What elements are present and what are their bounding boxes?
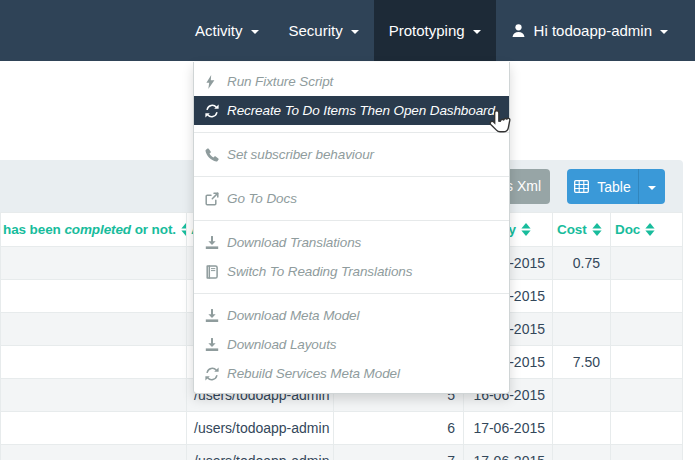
cell-cost: 0.75 bbox=[553, 247, 611, 280]
cell-cost: 7.50 bbox=[553, 346, 611, 379]
table-view-split-button: Table bbox=[567, 169, 665, 204]
table-view-button-label: Table bbox=[597, 179, 630, 195]
nav-item-prototyping[interactable]: Prototyping bbox=[374, 0, 496, 61]
chevron-down-icon bbox=[660, 30, 668, 34]
menu-divider bbox=[194, 220, 509, 221]
download-icon bbox=[205, 236, 219, 250]
sort-icon bbox=[521, 223, 531, 236]
cell-cost bbox=[553, 313, 611, 346]
menu-item-label: Download Meta Model bbox=[227, 308, 359, 323]
cell-cost bbox=[553, 379, 611, 412]
chevron-down-icon bbox=[648, 186, 656, 190]
menu-divider bbox=[194, 132, 509, 133]
cell-due-by: 17-06-2015 bbox=[464, 412, 553, 445]
menu-divider bbox=[194, 176, 509, 177]
nav-item-security[interactable]: Security bbox=[274, 0, 374, 61]
bolt-icon bbox=[205, 75, 219, 89]
sort-icon bbox=[592, 223, 602, 236]
cell-at: /users/todoapp-admin bbox=[187, 445, 334, 460]
chevron-down-icon bbox=[473, 30, 481, 34]
cell-doc bbox=[611, 313, 683, 346]
cell-cost bbox=[553, 412, 611, 445]
header-text: Cost bbox=[557, 222, 587, 237]
cell-completed bbox=[1, 247, 187, 280]
menu-item-label: Download Translations bbox=[227, 235, 361, 250]
menu-item-label: Download Layouts bbox=[227, 337, 336, 352]
cell-at: /users/todoapp-admin bbox=[187, 412, 334, 445]
cell-doc bbox=[611, 412, 683, 445]
chevron-down-icon bbox=[251, 30, 259, 34]
top-navbar: Activity Security Prototyping Hi todoapp… bbox=[0, 0, 695, 61]
cell-due-by: 17-06-2015 bbox=[464, 445, 553, 460]
menu-item-download-translations[interactable]: Download Translations bbox=[194, 228, 509, 257]
menu-item-label: Recreate To Do Items Then Open Dashboard bbox=[227, 103, 495, 118]
cell-completed bbox=[1, 280, 187, 313]
download-icon bbox=[205, 338, 219, 352]
nav-item-activity[interactable]: Activity bbox=[180, 0, 274, 61]
nav-label: Activity bbox=[195, 22, 243, 39]
menu-item-label: Run Fixture Script bbox=[227, 74, 333, 89]
menu-item-rebuild-services-meta-model[interactable]: Rebuild Services Meta Model bbox=[194, 359, 509, 388]
download-icon bbox=[205, 309, 219, 323]
cell-doc bbox=[611, 445, 683, 460]
header-text: Doc bbox=[615, 222, 640, 237]
menu-item-label: Go To Docs bbox=[227, 191, 297, 206]
nav-label: Prototyping bbox=[389, 22, 465, 39]
sort-icon bbox=[181, 223, 187, 236]
cell-doc bbox=[611, 379, 683, 412]
table-view-button[interactable]: Table bbox=[567, 169, 638, 204]
header-text: has been bbox=[3, 222, 64, 237]
page: as Xml Table has been completed or not. … bbox=[0, 0, 695, 460]
nav-label: Hi todoapp-admin bbox=[534, 22, 652, 39]
header-text-em: completed bbox=[64, 222, 131, 237]
cell-completed bbox=[1, 445, 187, 460]
nav-item-user[interactable]: Hi todoapp-admin bbox=[496, 0, 683, 61]
nav-label: Security bbox=[289, 22, 343, 39]
user-icon bbox=[511, 23, 526, 38]
menu-item-recreate-todo-items[interactable]: Recreate To Do Items Then Open Dashboard bbox=[194, 96, 509, 125]
column-header-doc[interactable]: Doc bbox=[611, 213, 683, 247]
table-row[interactable]: /users/todoapp-admin 7 17-06-2015 bbox=[1, 445, 683, 460]
cell-completed bbox=[1, 313, 187, 346]
cell-number: 7 bbox=[334, 445, 464, 460]
menu-item-label: Set subscriber behaviour bbox=[227, 147, 374, 162]
prototyping-dropdown-menu: Run Fixture Script Recreate To Do Items … bbox=[193, 62, 510, 394]
table-row[interactable]: /users/todoapp-admin 6 17-06-2015 bbox=[1, 412, 683, 445]
menu-item-label: Switch To Reading Translations bbox=[227, 264, 412, 279]
cell-doc bbox=[611, 280, 683, 313]
menu-item-download-layouts[interactable]: Download Layouts bbox=[194, 330, 509, 359]
menu-item-download-meta-model[interactable]: Download Meta Model bbox=[194, 301, 509, 330]
cell-cost bbox=[553, 445, 611, 460]
column-header-completed[interactable]: has been completed or not. bbox=[1, 213, 187, 247]
cell-doc bbox=[611, 247, 683, 280]
sort-icon bbox=[645, 223, 655, 236]
cell-number: 6 bbox=[334, 412, 464, 445]
chevron-down-icon bbox=[351, 30, 359, 34]
phone-icon bbox=[205, 148, 219, 162]
header-text: or not. bbox=[131, 222, 176, 237]
refresh-icon bbox=[205, 367, 219, 381]
menu-item-switch-to-reading-translations[interactable]: Switch To Reading Translations bbox=[194, 257, 509, 286]
table-view-caret-button[interactable] bbox=[638, 169, 665, 204]
navbar-menu: Activity Security Prototyping Hi todoapp… bbox=[180, 0, 683, 61]
cell-completed bbox=[1, 379, 187, 412]
table-grid-icon bbox=[574, 180, 589, 193]
cell-completed bbox=[1, 412, 187, 445]
refresh-icon bbox=[205, 104, 219, 118]
cell-doc bbox=[611, 346, 683, 379]
external-link-icon bbox=[205, 192, 219, 206]
cell-cost bbox=[553, 280, 611, 313]
column-header-cost[interactable]: Cost bbox=[553, 213, 611, 247]
menu-divider bbox=[194, 293, 509, 294]
cell-completed bbox=[1, 346, 187, 379]
menu-item-label: Rebuild Services Meta Model bbox=[227, 366, 400, 381]
menu-item-go-to-docs[interactable]: Go To Docs bbox=[194, 184, 509, 213]
menu-item-run-fixture-script[interactable]: Run Fixture Script bbox=[194, 67, 509, 96]
book-icon bbox=[205, 265, 219, 279]
menu-item-set-subscriber-behaviour[interactable]: Set subscriber behaviour bbox=[194, 140, 509, 169]
